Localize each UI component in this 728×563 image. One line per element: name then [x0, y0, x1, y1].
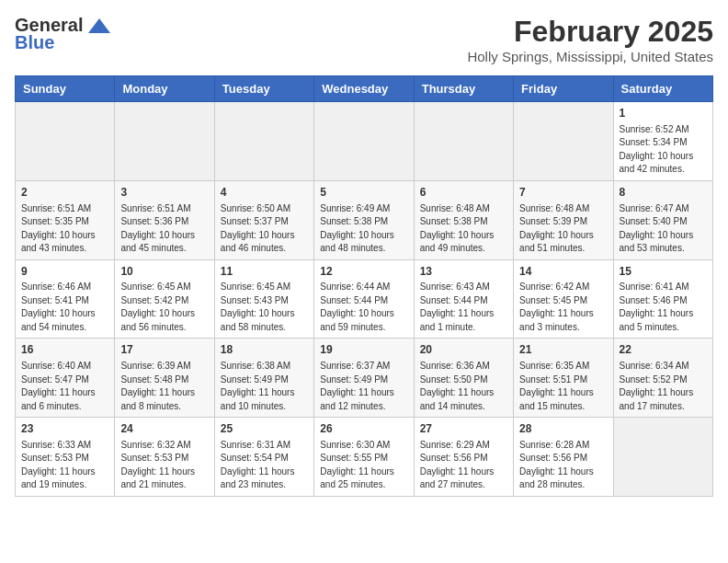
calendar-cell: 7Sunrise: 6:48 AM Sunset: 5:39 PM Daylig… [514, 180, 613, 259]
calendar-week-row: 1Sunrise: 6:52 AM Sunset: 5:34 PM Daylig… [16, 102, 713, 181]
calendar-cell [514, 102, 613, 181]
calendar-cell: 3Sunrise: 6:51 AM Sunset: 5:36 PM Daylig… [115, 180, 214, 259]
day-number: 26 [320, 421, 407, 437]
calendar-cell: 4Sunrise: 6:50 AM Sunset: 5:37 PM Daylig… [214, 180, 313, 259]
day-number: 17 [120, 342, 208, 358]
location-subtitle: Holly Springs, Mississippi, United State… [467, 49, 713, 64]
day-info: Sunrise: 6:46 AM Sunset: 5:41 PM Dayligh… [21, 281, 108, 334]
day-info: Sunrise: 6:30 AM Sunset: 5:55 PM Dayligh… [320, 439, 407, 492]
calendar-cell: 6Sunrise: 6:48 AM Sunset: 5:38 PM Daylig… [414, 180, 513, 259]
calendar-cell: 27Sunrise: 6:29 AM Sunset: 5:56 PM Dayli… [414, 418, 513, 497]
day-info: Sunrise: 6:29 AM Sunset: 5:56 PM Dayligh… [420, 439, 507, 492]
calendar-cell [414, 102, 513, 181]
calendar-cell: 25Sunrise: 6:31 AM Sunset: 5:54 PM Dayli… [214, 418, 313, 497]
calendar-cell: 26Sunrise: 6:30 AM Sunset: 5:55 PM Dayli… [314, 418, 414, 497]
day-number: 14 [519, 264, 607, 280]
calendar-cell [16, 102, 115, 181]
day-number: 13 [420, 264, 507, 280]
day-number: 7 [519, 185, 607, 201]
calendar-cell: 19Sunrise: 6:37 AM Sunset: 5:49 PM Dayli… [314, 339, 414, 418]
day-number: 8 [620, 185, 707, 201]
day-info: Sunrise: 6:50 AM Sunset: 5:37 PM Dayligh… [221, 202, 308, 256]
calendar-cell [115, 102, 214, 181]
day-info: Sunrise: 6:47 AM Sunset: 5:40 PM Dayligh… [620, 202, 707, 256]
day-number: 20 [420, 342, 507, 358]
day-number: 1 [620, 106, 707, 121]
calendar-week-row: 16Sunrise: 6:40 AM Sunset: 5:47 PM Dayli… [16, 339, 713, 418]
day-number: 21 [519, 342, 607, 358]
day-number: 16 [21, 342, 108, 358]
logo-icon [86, 17, 112, 35]
calendar-week-row: 23Sunrise: 6:33 AM Sunset: 5:53 PM Dayli… [16, 418, 713, 497]
calendar-cell: 8Sunrise: 6:47 AM Sunset: 5:40 PM Daylig… [613, 180, 712, 259]
day-info: Sunrise: 6:28 AM Sunset: 5:56 PM Dayligh… [519, 439, 607, 492]
day-number: 22 [620, 342, 707, 358]
calendar-cell [314, 102, 414, 181]
day-info: Sunrise: 6:39 AM Sunset: 5:48 PM Dayligh… [120, 360, 208, 413]
calendar-cell: 2Sunrise: 6:51 AM Sunset: 5:35 PM Daylig… [16, 180, 115, 259]
day-number: 10 [120, 264, 208, 280]
calendar-cell: 15Sunrise: 6:41 AM Sunset: 5:46 PM Dayli… [613, 259, 712, 339]
day-number: 9 [21, 264, 108, 280]
weekday-header-wednesday: Wednesday [314, 76, 414, 102]
day-info: Sunrise: 6:48 AM Sunset: 5:39 PM Dayligh… [519, 202, 607, 256]
weekday-header-sunday: Sunday [16, 76, 115, 102]
day-info: Sunrise: 6:45 AM Sunset: 5:43 PM Dayligh… [221, 281, 308, 334]
weekday-header-tuesday: Tuesday [214, 76, 313, 102]
calendar-cell: 9Sunrise: 6:46 AM Sunset: 5:41 PM Daylig… [16, 259, 115, 339]
svg-marker-0 [88, 18, 110, 33]
calendar-cell: 24Sunrise: 6:32 AM Sunset: 5:53 PM Dayli… [115, 418, 214, 497]
day-number: 25 [221, 421, 308, 437]
calendar-cell: 11Sunrise: 6:45 AM Sunset: 5:43 PM Dayli… [214, 259, 313, 339]
day-number: 19 [320, 342, 407, 358]
calendar-cell: 23Sunrise: 6:33 AM Sunset: 5:53 PM Dayli… [16, 418, 115, 497]
page-header: General Blue February 2025 Holly Springs… [15, 15, 713, 64]
day-number: 18 [221, 342, 308, 358]
day-number: 24 [120, 421, 208, 437]
day-number: 11 [221, 264, 308, 280]
day-info: Sunrise: 6:35 AM Sunset: 5:51 PM Dayligh… [519, 360, 607, 413]
day-number: 6 [420, 185, 507, 201]
calendar-cell: 1Sunrise: 6:52 AM Sunset: 5:34 PM Daylig… [613, 102, 712, 181]
calendar-cell: 20Sunrise: 6:36 AM Sunset: 5:50 PM Dayli… [414, 339, 513, 418]
logo-text-blue: Blue [15, 32, 54, 53]
weekday-header-thursday: Thursday [414, 76, 513, 102]
calendar-cell: 18Sunrise: 6:38 AM Sunset: 5:49 PM Dayli… [214, 339, 313, 418]
day-info: Sunrise: 6:51 AM Sunset: 5:36 PM Dayligh… [120, 202, 208, 256]
weekday-header-monday: Monday [115, 76, 214, 102]
calendar-cell: 28Sunrise: 6:28 AM Sunset: 5:56 PM Dayli… [514, 418, 613, 497]
calendar-cell [214, 102, 313, 181]
weekday-header-saturday: Saturday [613, 76, 712, 102]
day-info: Sunrise: 6:49 AM Sunset: 5:38 PM Dayligh… [320, 202, 407, 256]
day-number: 5 [320, 185, 407, 201]
day-info: Sunrise: 6:51 AM Sunset: 5:35 PM Dayligh… [21, 202, 108, 256]
day-number: 3 [120, 185, 208, 201]
day-info: Sunrise: 6:45 AM Sunset: 5:42 PM Dayligh… [120, 281, 208, 334]
day-info: Sunrise: 6:41 AM Sunset: 5:46 PM Dayligh… [620, 281, 707, 334]
calendar-cell: 21Sunrise: 6:35 AM Sunset: 5:51 PM Dayli… [514, 339, 613, 418]
day-info: Sunrise: 6:34 AM Sunset: 5:52 PM Dayligh… [620, 360, 707, 413]
day-info: Sunrise: 6:32 AM Sunset: 5:53 PM Dayligh… [120, 439, 208, 492]
calendar-cell: 17Sunrise: 6:39 AM Sunset: 5:48 PM Dayli… [115, 339, 214, 418]
calendar-cell: 14Sunrise: 6:42 AM Sunset: 5:45 PM Dayli… [514, 259, 613, 339]
day-number: 2 [21, 185, 108, 201]
day-number: 15 [620, 264, 707, 280]
logo: General Blue [15, 15, 112, 53]
day-info: Sunrise: 6:36 AM Sunset: 5:50 PM Dayligh… [420, 360, 507, 413]
calendar-cell: 13Sunrise: 6:43 AM Sunset: 5:44 PM Dayli… [414, 259, 513, 339]
title-block: February 2025 Holly Springs, Mississippi… [467, 15, 713, 64]
weekday-header-friday: Friday [514, 76, 613, 102]
day-info: Sunrise: 6:40 AM Sunset: 5:47 PM Dayligh… [21, 360, 108, 413]
day-number: 27 [420, 421, 507, 437]
calendar-table: SundayMondayTuesdayWednesdayThursdayFrid… [15, 75, 713, 497]
calendar-cell: 5Sunrise: 6:49 AM Sunset: 5:38 PM Daylig… [314, 180, 414, 259]
calendar-body: 1Sunrise: 6:52 AM Sunset: 5:34 PM Daylig… [16, 102, 713, 497]
day-number: 28 [519, 421, 607, 437]
month-year-title: February 2025 [467, 15, 713, 49]
day-number: 12 [320, 264, 407, 280]
day-info: Sunrise: 6:42 AM Sunset: 5:45 PM Dayligh… [519, 281, 607, 334]
day-number: 4 [221, 185, 308, 201]
calendar-week-row: 2Sunrise: 6:51 AM Sunset: 5:35 PM Daylig… [16, 180, 713, 259]
day-info: Sunrise: 6:37 AM Sunset: 5:49 PM Dayligh… [320, 360, 407, 413]
day-info: Sunrise: 6:31 AM Sunset: 5:54 PM Dayligh… [221, 439, 308, 492]
